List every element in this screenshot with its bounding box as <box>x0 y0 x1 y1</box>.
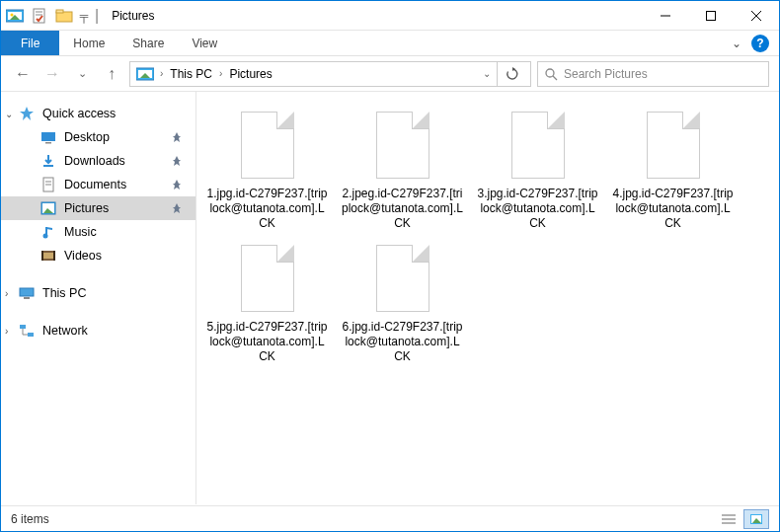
window-controls <box>643 1 779 31</box>
sidebar-this-pc[interactable]: › This PC <box>1 281 195 305</box>
app-icon <box>4 5 26 27</box>
file-item[interactable]: 1.jpg.id-C279F237.[triplock@tutanota.com… <box>204 102 330 231</box>
forward-button[interactable]: → <box>40 62 64 86</box>
file-icon <box>233 241 302 316</box>
sidebar-item-videos[interactable]: Videos <box>1 244 195 267</box>
svg-rect-34 <box>20 288 34 296</box>
svg-point-2 <box>11 13 14 16</box>
item-count: 6 items <box>11 512 49 526</box>
file-icon <box>639 108 708 183</box>
refresh-button[interactable] <box>497 62 526 86</box>
sidebar-item-downloads[interactable]: Downloads <box>1 149 195 173</box>
ribbon: File Home Share View ⌄ ? <box>1 31 779 56</box>
svg-line-18 <box>553 76 557 80</box>
sidebar-item-pictures[interactable]: Pictures <box>1 196 195 220</box>
sidebar-item-label: Network <box>42 324 88 338</box>
breadcrumb-this-pc[interactable]: This PC <box>167 67 215 81</box>
sidebar-item-label: Videos <box>64 249 102 263</box>
recent-dropdown[interactable]: ⌄ <box>70 62 94 86</box>
svg-rect-36 <box>20 325 26 329</box>
pin-icon <box>172 180 182 190</box>
sidebar-item-desktop[interactable]: Desktop <box>1 125 195 149</box>
sidebar-item-label: Quick access <box>42 107 116 120</box>
sidebar-item-documents[interactable]: Documents <box>1 173 195 196</box>
file-icon <box>233 108 302 183</box>
window-title: Pictures <box>112 9 154 23</box>
svg-point-29 <box>43 234 48 239</box>
svg-rect-32 <box>41 251 43 261</box>
sidebar-quick-access[interactable]: ⌄ Quick access <box>1 102 195 125</box>
chevron-right-icon[interactable]: › <box>5 288 8 299</box>
search-input[interactable]: Search Pictures <box>537 61 769 87</box>
pin-icon <box>172 156 182 166</box>
sidebar-item-label: This PC <box>42 286 86 300</box>
maximize-button[interactable] <box>688 1 734 31</box>
chevron-right-icon[interactable]: › <box>5 326 8 337</box>
back-button[interactable]: ← <box>11 62 35 86</box>
breadcrumb-pictures[interactable]: Pictures <box>226 67 274 81</box>
sidebar-item-label: Documents <box>64 178 126 191</box>
details-view-button[interactable] <box>716 509 741 529</box>
chevron-right-icon[interactable]: › <box>219 68 222 79</box>
minimize-button[interactable] <box>643 1 688 31</box>
svg-rect-8 <box>56 10 63 13</box>
svg-rect-35 <box>24 297 30 299</box>
file-name: 4.jpg.id-C279F237.[triplock@tutanota.com… <box>610 187 736 231</box>
navigation-pane[interactable]: ⌄ Quick access DesktopDownloadsDocuments… <box>1 92 196 504</box>
address-bar-row: ← → ⌄ ↑ › This PC › Pictures ⌄ Search Pi… <box>1 56 779 92</box>
videos-icon <box>40 248 56 264</box>
file-name: 5.jpg.id-C279F237.[triplock@tutanota.com… <box>204 320 330 364</box>
file-item[interactable]: 6.jpg.id-C279F237.[triplock@tutanota.com… <box>340 235 465 364</box>
sidebar-item-music[interactable]: Music <box>1 220 195 244</box>
status-bar: 6 items <box>1 505 779 531</box>
tab-home[interactable]: Home <box>59 31 118 55</box>
sidebar-item-label: Pictures <box>64 201 109 215</box>
file-item[interactable]: 5.jpg.id-C279F237.[triplock@tutanota.com… <box>204 235 330 364</box>
expand-ribbon-icon[interactable]: ⌄ <box>732 37 741 50</box>
music-icon <box>40 224 56 240</box>
file-item[interactable]: 2.jpeg.id-C279F237.[triplock@tutanota.co… <box>340 102 465 231</box>
pin-icon <box>172 203 182 213</box>
pictures-icon <box>40 200 56 216</box>
folder-icon[interactable] <box>53 5 75 27</box>
network-icon <box>19 323 35 339</box>
file-icon <box>504 108 573 183</box>
file-icon <box>368 241 437 316</box>
tab-share[interactable]: Share <box>118 31 178 55</box>
address-dropdown-icon[interactable]: ⌄ <box>483 68 491 79</box>
file-item[interactable]: 3.jpg.id-C279F237.[triplock@tutanota.com… <box>475 102 600 231</box>
properties-icon[interactable] <box>29 5 50 27</box>
file-tab[interactable]: File <box>1 31 59 55</box>
downloads-icon <box>40 153 56 169</box>
svg-rect-37 <box>28 333 34 337</box>
main-area: ⌄ Quick access DesktopDownloadsDocuments… <box>1 92 779 504</box>
chevron-right-icon[interactable]: › <box>160 68 163 79</box>
pin-icon <box>172 132 182 142</box>
svg-rect-33 <box>53 251 55 261</box>
file-item[interactable]: 4.jpg.id-C279F237.[triplock@tutanota.com… <box>610 102 736 231</box>
chevron-down-icon[interactable]: ⌄ <box>5 109 13 119</box>
documents-icon <box>40 177 56 192</box>
svg-marker-19 <box>20 107 34 120</box>
svg-point-17 <box>546 69 554 77</box>
quick-access-toolbar: ╤ | Pictures <box>1 5 155 27</box>
sidebar-network[interactable]: › Network <box>1 319 195 342</box>
close-button[interactable] <box>734 1 779 31</box>
separator: | <box>95 7 99 25</box>
file-list[interactable]: 1.jpg.id-C279F237.[triplock@tutanota.com… <box>196 92 779 504</box>
search-icon <box>544 67 558 81</box>
up-button[interactable]: ↑ <box>100 62 123 86</box>
location-icon <box>134 63 156 85</box>
sidebar-item-label: Downloads <box>64 154 125 168</box>
sidebar-item-label: Desktop <box>64 130 110 144</box>
tab-view[interactable]: View <box>178 31 231 55</box>
qat-dropdown-icon[interactable]: ╤ <box>78 5 90 27</box>
help-icon[interactable]: ? <box>751 35 769 52</box>
desktop-icon <box>40 129 56 145</box>
thumbnails-view-button[interactable] <box>743 509 769 529</box>
titlebar: ╤ | Pictures <box>1 1 779 31</box>
file-name: 6.jpg.id-C279F237.[triplock@tutanota.com… <box>340 320 465 364</box>
file-name: 2.jpeg.id-C279F237.[triplock@tutanota.co… <box>340 187 465 231</box>
address-bar[interactable]: › This PC › Pictures ⌄ <box>129 61 531 87</box>
svg-rect-20 <box>41 132 55 141</box>
